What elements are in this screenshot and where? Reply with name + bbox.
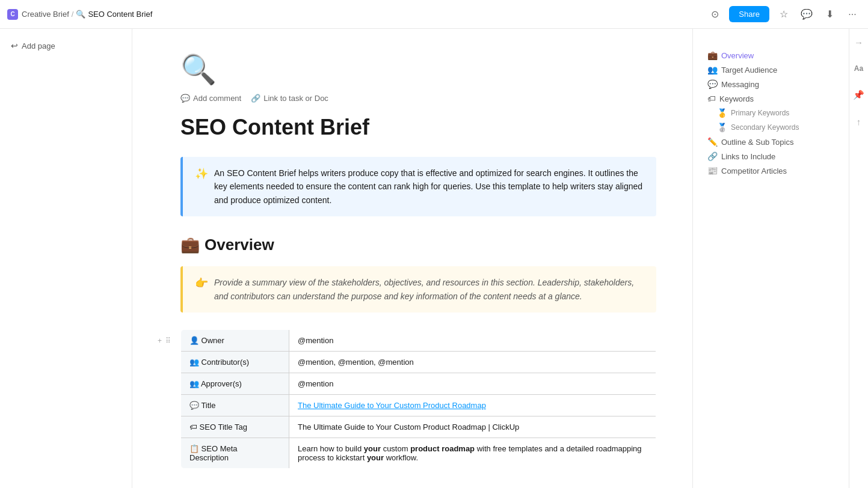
link-button[interactable]: 🔗 Link to task or Doc [251,94,328,103]
toc-secondary-label: Secondary Keywords [731,123,799,132]
title-link[interactable]: The Ultimate Guide to Your Custom Produc… [298,401,486,410]
table-cell-value[interactable]: @mention [289,373,656,394]
toc-item-links-to-include[interactable]: 🔗 Links to Include [703,149,839,163]
table-cell-label: 📋 SEO MetaDescription [181,438,289,468]
table-cell-label: 🏷 SEO Title Tag [181,416,289,438]
table-cell-label: 👥 Approver(s) [181,373,289,394]
toc-outline-icon: ✏️ [707,137,718,147]
toc-item-target-audience[interactable]: 👥 Target Audience [703,63,839,77]
main-layout: ↩ Add page 🔍 💬 Add comment 🔗 Link to tas… [0,29,868,488]
table-row: 📋 SEO MetaDescription Learn how to build… [181,438,656,468]
overview-emoji: 💼 [180,236,200,254]
overview-table: 👤 Owner @mention 👥 Contributor(s) @menti… [180,329,656,469]
table-cell-label: 💬 Title [181,394,289,416]
overview-heading: 💼 Overview [180,236,656,254]
history-icon[interactable]: ⊙ [706,6,723,23]
table-of-contents: 💼 Overview 👥 Target Audience 💬 Messaging… [693,38,849,188]
toc-item-competitor-articles[interactable]: 📰 Competitor Articles [703,163,839,178]
topbar-left: C Creative Brief / 🔍 SEO Content Brief [7,9,701,20]
table-row: 💬 Title The Ultimate Guide to Your Custo… [181,394,656,416]
breadcrumb-current-icon: 🔍 [76,10,85,19]
more-icon[interactable]: ··· [844,6,861,23]
content-area: 🔍 💬 Add comment 🔗 Link to task or Doc SE… [132,29,692,488]
row-action-icons: + ⠿ [156,335,172,346]
breadcrumb-parent[interactable]: Creative Brief [22,10,69,19]
right-controls-column: → Aa 📌 ↑ [849,29,868,488]
toc-audience-icon: 👥 [707,65,718,75]
table-row: 👥 Approver(s) @mention [181,373,656,394]
collapse-sidebar-icon[interactable]: → [851,34,867,50]
toc-secondary-icon: 🥈 [717,123,727,132]
toc-links-label: Links to Include [721,152,775,161]
toc-item-outline-sub-topics[interactable]: ✏️ Outline & Sub Topics [703,135,839,149]
topbar-right: ⊙ Share ☆ 💬 ⬇ ··· [706,6,861,23]
table-cell-value[interactable]: The Ultimate Guide to Your Custom Produc… [289,416,656,438]
toc-overview-label: Overview [721,51,754,60]
add-comment-button[interactable]: 💬 Add comment [180,94,241,103]
toc-keywords-label: Keywords [719,94,754,103]
breadcrumb-separator: / [72,10,74,19]
add-page-icon: ↩ [11,41,18,50]
callout-yellow-icon: 👉 [195,276,208,290]
table-cell-link[interactable]: The Ultimate Guide to Your Custom Produc… [289,394,656,416]
overview-callout: 👉 Provide a summary view of the stakehol… [180,266,656,313]
toc-outline-label: Outline & Sub Topics [721,138,793,147]
toc-item-secondary-keywords[interactable]: 🥈 Secondary Keywords [703,120,839,135]
table-cell-value[interactable]: @mention [289,329,656,351]
toc-competitor-label: Competitor Articles [721,166,787,175]
toc-messaging-label: Messaging [721,80,759,89]
add-page-button[interactable]: ↩ Add page [7,38,125,53]
toc-primary-label: Primary Keywords [731,109,789,117]
toc-item-messaging[interactable]: 💬 Messaging [703,77,839,91]
toc-overview-icon: 💼 [707,50,718,60]
toolbar-row: 💬 Add comment 🔗 Link to task or Doc [180,94,656,103]
right-sidebar: 💼 Overview 👥 Target Audience 💬 Messaging… [692,29,849,488]
toc-item-keywords[interactable]: 🏷 Keywords [703,91,839,106]
callout-blue-icon: ✨ [195,167,208,180]
comment-icon[interactable]: 💬 [798,6,815,23]
intro-callout: ✨ An SEO Content Brief helps writers pro… [180,157,656,216]
topbar: C Creative Brief / 🔍 SEO Content Brief ⊙… [0,0,868,29]
share-doc-icon[interactable]: ↑ [851,113,867,130]
app-logo: C [7,9,18,20]
toc-keywords-icon: 🏷 [707,94,716,103]
export-icon[interactable]: ⬇ [821,6,838,23]
callout-blue-text: An SEO Content Brief helps writers produ… [214,166,644,207]
toc-item-primary-keywords[interactable]: 🥇 Primary Keywords [703,106,839,120]
breadcrumb-current: 🔍 SEO Content Brief [76,10,152,19]
breadcrumb: Creative Brief / 🔍 SEO Content Brief [22,10,152,19]
table-cell-label: 👤 Owner [181,329,289,351]
table-cell-value[interactable]: @mention, @mention, @mention [289,351,656,373]
toc-item-overview[interactable]: 💼 Overview [703,48,839,63]
toc-competitor-icon: 📰 [707,166,718,175]
toc-messaging-icon: 💬 [707,79,718,89]
callout-yellow-text: Provide a summary view of the stakeholde… [214,276,644,303]
table-cell-meta-desc[interactable]: Learn how to build your custom product r… [289,438,656,468]
table-row: 👤 Owner @mention [181,329,656,351]
table-row: 🏷 SEO Title Tag The Ultimate Guide to Yo… [181,416,656,438]
add-row-icon[interactable]: + [156,335,163,346]
toc-primary-icon: 🥇 [717,108,727,118]
page-icon: 🔍 [180,53,656,87]
toc-links-icon: 🔗 [707,151,718,161]
share-button[interactable]: Share [729,6,769,22]
toc-audience-label: Target Audience [721,66,777,75]
page-title: SEO Content Brief [180,115,656,140]
table-container: + ⠿ 👤 Owner @mention 👥 Contributor(s) @m… [180,329,656,469]
star-icon[interactable]: ☆ [775,6,792,23]
comment-btn-icon: 💬 [180,94,190,103]
drag-row-icon[interactable]: ⠿ [164,335,172,346]
left-sidebar: ↩ Add page [0,29,132,488]
link-btn-icon: 🔗 [251,94,260,103]
font-settings-icon[interactable]: Aa [851,60,867,77]
pin-icon[interactable]: 📌 [851,87,867,103]
table-row: 👥 Contributor(s) @mention, @mention, @me… [181,351,656,373]
table-cell-label: 👥 Contributor(s) [181,351,289,373]
